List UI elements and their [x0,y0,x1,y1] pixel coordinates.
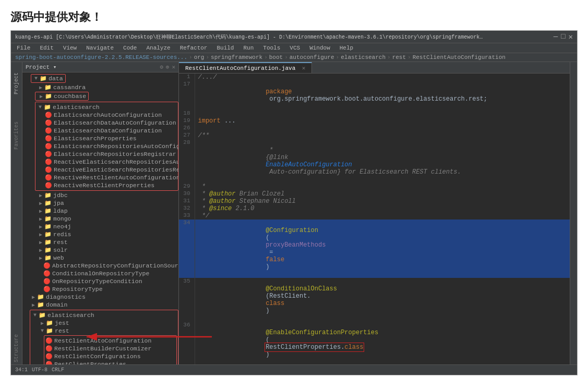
tree-item-es-data-config[interactable]: 🔴 ElasticsearchDataConfiguration [37,127,177,135]
breadcrumb-item[interactable]: rest [392,54,406,60]
tree-label: web [53,254,64,261]
code-line-27: 27 /** [179,132,570,139]
menu-run[interactable]: Run [242,44,255,52]
tree-item-couchbase[interactable]: ▶ 📁 couchbase [35,92,88,100]
menu-code[interactable]: Code [122,44,138,52]
tree-item-rest-builder[interactable]: 🔴 RestClientBuilderCustomizer [45,345,175,352]
breadcrumb-item[interactable]: elasticsearch [341,54,386,60]
tree-label: ReactiveElasticSearchRepositoriesRegista… [54,166,179,173]
tree-item-es-repos-reg[interactable]: 🔴 ElasticsearchRepositoriesRegistrar [37,150,177,158]
breadcrumb-item[interactable]: springframework [211,54,262,60]
window-controls: — □ ✕ [554,32,573,41]
breadcrumb-item[interactable]: autoconfigure [290,54,334,60]
tree-item-on-repo-type[interactable]: 🔴 OnRepositoryTypeCondition [22,277,178,285]
tree-item-neo4j[interactable]: ▶ 📁 neo4j [22,223,178,230]
tree-item-repo-type[interactable]: 🔴 RepositoryType [22,285,178,293]
tree-label: cassandra [53,84,86,91]
tree-item-domain[interactable]: ▶ 📁 domain [22,301,178,309]
menu-tools[interactable]: Tools [261,44,282,52]
menu-analyze[interactable]: Analyze [145,44,172,52]
breadcrumb-item[interactable]: RestClientAutoConfiguration [413,54,506,60]
tree-item-jest[interactable]: ▶ 📁 jest [31,319,177,327]
tree-label: elasticsearch [47,312,94,319]
tab-rest-client-auto[interactable]: RestClientAutoConfiguration.java ✕ [179,62,312,73]
tree-item-web[interactable]: ▶ 📁 web [22,254,178,262]
breadcrumb-item[interactable]: org [194,54,205,60]
menu-help[interactable]: Help [338,44,355,52]
tab-bar: RestClientAutoConfiguration.java ✕ [179,62,570,74]
file-icon: 🔴 [45,174,52,181]
tree-label: ElasticsearchRepositoriesRegistrar [54,151,176,157]
menu-navigate[interactable]: Navigate [85,44,115,52]
tree-item-jdbc[interactable]: ▶ 📁 jdbc [22,191,178,199]
menu-file[interactable]: File [15,44,32,52]
file-icon: 🔴 [45,119,52,126]
code-line-30: 30 * @author Brian Clozel [179,190,570,198]
tree-item-mongo[interactable]: ▶ 📁 mongo [22,215,178,223]
tree-item-rest[interactable]: ▶ 📁 rest [22,238,178,246]
file-icon: 🔴 [45,182,52,189]
tree-label: RestClientBuilderCustomizer [54,345,151,352]
menu-edit[interactable]: Edit [38,44,55,52]
folder-icon: 📁 [45,93,52,100]
tree-label: RestClientAutoConfiguration [54,337,151,344]
breadcrumb-item[interactable]: boot [269,54,283,60]
tree-item-solr[interactable]: ▶ 📁 solr [22,246,178,254]
menu-vcs[interactable]: VCS [288,44,302,52]
breadcrumb-item[interactable]: spring-boot-autoconfigure-2.2.5.RELEASE-… [15,54,187,60]
project-strip-label[interactable]: Project [13,70,20,96]
menu-window[interactable]: Window [308,44,332,52]
tree-label: couchbase [54,93,86,100]
close-button[interactable]: ✕ [569,32,573,41]
tree-item-es-props[interactable]: 🔴 ElasticsearchProperties [37,135,177,142]
code-line-17: 17 package org.springframework.boot.auto… [179,81,570,110]
tree-item-elasticsearch2[interactable]: ▼ 📁 elasticsearch [31,311,177,319]
tree-item-reactive-es-repos-auto[interactable]: 🔴 ReactiveElasticsearchRepositoriesAutoC… [37,158,177,166]
tree-label: elasticsearch [53,104,100,111]
tree-item-redis[interactable]: ▶ 📁 redis [22,230,178,238]
menu-refactor[interactable]: Refactor [178,44,209,52]
page-title: 源码中提供对象！ [0,0,588,30]
menu-view[interactable]: View [62,44,78,52]
tree-item-data[interactable]: ▼ 📁 data [31,75,65,82]
tree-item-rest-configs[interactable]: 🔴 RestClientConfigurations [45,352,175,360]
tree-item-jpa[interactable]: ▶ 📁 jpa [22,199,178,207]
tree-label: diagnostics [46,294,86,300]
tree-item-reactive-rest-auto[interactable]: 🔴 ReactiveRestClientAutoConfiguration [37,174,177,181]
structure-strip-label[interactable]: Structure [13,332,20,364]
maximize-button[interactable]: □ [561,32,565,41]
tree-item-ldap[interactable]: ▶ 📁 ldap [22,207,178,215]
code-editor[interactable]: 1 /.../ 17 package org.springframework.b… [179,74,570,364]
red-outline-props: RestClientProperties.class [266,344,363,351]
file-icon: 🔴 [45,127,52,134]
tree-item-es-auto[interactable]: 🔴 ElasticsearchAutoConfiguration [37,111,177,119]
tree-item-es-data-auto[interactable]: 🔴 ElasticsearchDataAutoConfiguration [37,119,177,127]
tree-item-rest-props[interactable]: 🔴 RestClientProperties [45,360,175,364]
code-line-18: 18 [179,110,570,117]
tree-label: AbstractRepositoryConfigurationSourceSup… [52,262,179,269]
favorites-strip-label[interactable]: Favorites [13,119,20,152]
tree-item-conditional-repo[interactable]: 🔴 ConditionalOnRepositoryType [22,270,178,277]
menu-build[interactable]: Build [215,44,235,52]
tree-item-cassandra[interactable]: ▶ 📁 cassandra [22,83,178,91]
tree-item-reactive-rest-props[interactable]: 🔴 ReactiveRestClientProperties [37,181,177,189]
tree-item-rest2[interactable]: ▼ 📁 rest [31,327,177,335]
title-bar-text: kuang-es-api [C:\Users\Administrator\Des… [15,33,485,41]
tree-item-reactive-es-repos-reg[interactable]: 🔴 ReactiveElasticSearchRepositoriesRegis… [37,166,177,174]
code-line-31: 31 * @author Stephane Nicoll [179,198,570,205]
code-line-1: 1 /.../ [179,74,570,81]
tree-label: redis [53,231,71,238]
tree-label: ElasticsearchAutoConfiguration [54,112,162,118]
project-panel: Project ▾ ⚙ ⊕ ✕ ▼ 📁 data [22,62,179,364]
tree-item-abstract-repo[interactable]: 🔴 AbstractRepositoryConfigurationSourceS… [22,262,178,270]
tree-item-es-repos-auto[interactable]: 🔴 ElasticsearchRepositoriesAutoConfigura… [37,142,177,150]
tree-item-rest-auto[interactable]: 🔴 RestClientAutoConfiguration [45,337,175,345]
panel-pin-icon[interactable]: ⊕ [166,64,170,70]
panel-close-icon[interactable]: ✕ [172,64,175,70]
minimize-button[interactable]: — [554,32,558,41]
tree-item-elasticsearch-folder[interactable]: ▼ 📁 elasticsearch [37,103,177,111]
tab-close-icon[interactable]: ✕ [302,65,306,71]
panel-settings-icon[interactable]: ⚙ [160,64,163,70]
tree-label: jdbc [53,192,68,199]
tree-item-diagnostics[interactable]: ▶ 📁 diagnostics [22,293,178,301]
